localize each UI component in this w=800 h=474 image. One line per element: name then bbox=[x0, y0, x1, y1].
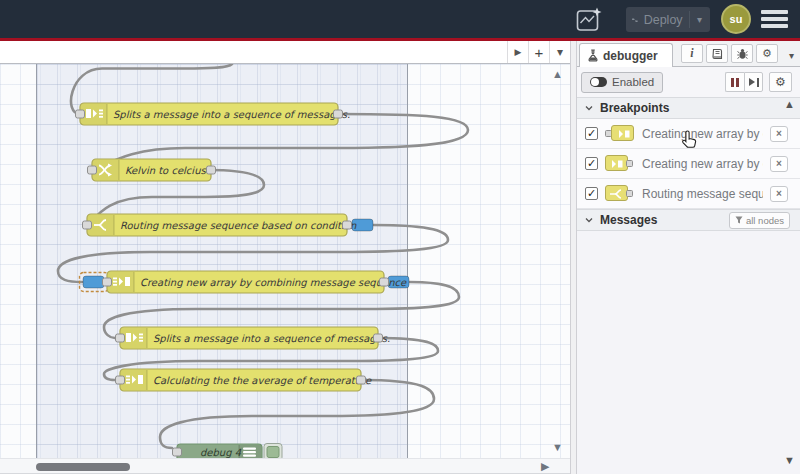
node-input-port[interactable] bbox=[173, 448, 182, 456]
remove-breakpoint-button[interactable]: × bbox=[770, 186, 788, 202]
node-label: Routing message sequence based on condit… bbox=[120, 220, 357, 232]
node-input-port[interactable] bbox=[88, 166, 97, 174]
user-avatar[interactable]: su bbox=[721, 4, 751, 34]
debugger-settings-button[interactable]: ⚙ bbox=[769, 72, 792, 92]
sidebar-splitter[interactable] bbox=[570, 41, 577, 474]
tab-help-button[interactable] bbox=[706, 44, 728, 63]
sidebar-scroll-down-icon[interactable]: ▼ bbox=[784, 454, 795, 466]
flow-editor-pane: ▶ + ▾ bbox=[0, 41, 570, 474]
node-label: Calculating the the average of temperatu… bbox=[153, 375, 372, 387]
node-output-port[interactable] bbox=[207, 166, 216, 174]
funnel-icon bbox=[735, 216, 743, 224]
enabled-label: Enabled bbox=[612, 76, 654, 88]
node-join-1[interactable]: Creating new array by combining message … bbox=[103, 271, 408, 293]
node-label: Creating new array by combining message … bbox=[140, 277, 407, 289]
deploy-label: Deploy bbox=[644, 13, 683, 27]
node-input-port[interactable] bbox=[116, 334, 125, 342]
node-output-port[interactable] bbox=[374, 334, 383, 342]
remove-breakpoint-button[interactable]: × bbox=[770, 126, 788, 142]
breakpoint-row[interactable]: ✓ Routing message sequence based on cond… bbox=[577, 179, 800, 209]
step-button[interactable] bbox=[744, 72, 763, 92]
tab-scroll-right-icon[interactable]: ▶ bbox=[507, 41, 528, 63]
switch-node-output-icon bbox=[605, 185, 635, 202]
canvas-scroll-right-icon[interactable]: ▶ bbox=[541, 460, 549, 473]
breakpoint-checkbox[interactable]: ✓ bbox=[585, 157, 598, 170]
breakpoints-section-header[interactable]: Breakpoints bbox=[577, 97, 800, 119]
sidebar-tabstrip: debugger i ⚙ ▾ bbox=[577, 41, 800, 67]
mouse-cursor-pointer bbox=[681, 130, 698, 152]
flow-canvas[interactable]: Splits a message into a sequence of mess… bbox=[0, 64, 570, 458]
node-output-port[interactable] bbox=[380, 278, 389, 286]
pause-icon bbox=[731, 78, 734, 87]
node-output-port[interactable] bbox=[343, 221, 352, 229]
node-join-2[interactable]: Calculating the the average of temperatu… bbox=[116, 369, 373, 391]
gear-icon: ⚙ bbox=[762, 47, 772, 60]
app-header: Deploy ▾ su bbox=[0, 0, 800, 38]
breakpoint-marker-selected[interactable] bbox=[83, 276, 104, 288]
messages-section-header[interactable]: Messages all nodes bbox=[577, 209, 800, 231]
tab-debug-messages-button[interactable] bbox=[731, 44, 753, 63]
join-node-input-icon bbox=[605, 125, 635, 142]
info-icon: i bbox=[690, 46, 693, 61]
sidebar-scroll-up-icon[interactable]: ▲ bbox=[784, 98, 795, 110]
node-switch-1[interactable]: Routing message sequence based on condit… bbox=[83, 214, 357, 236]
messages-empty-area bbox=[577, 231, 800, 474]
node-input-port[interactable] bbox=[103, 278, 112, 286]
deploy-caret-icon[interactable]: ▾ bbox=[695, 14, 704, 25]
remove-breakpoint-button[interactable]: × bbox=[770, 156, 788, 172]
flow-graph: Splits a message into a sequence of mess… bbox=[0, 64, 570, 458]
chevron-down-icon bbox=[585, 217, 593, 223]
sidebar-tab-caret-icon[interactable]: ▾ bbox=[789, 50, 794, 61]
node-input-port[interactable] bbox=[76, 110, 85, 118]
gear-icon: ⚙ bbox=[775, 75, 786, 89]
canvas-hscrollbar[interactable]: ▶ bbox=[0, 458, 570, 474]
messages-filter-button[interactable]: all nodes bbox=[729, 212, 790, 229]
tab-config-button[interactable]: ⚙ bbox=[756, 44, 778, 63]
breakpoints-title: Breakpoints bbox=[600, 101, 669, 115]
node-label: Splits a message into a sequence of mess… bbox=[113, 109, 350, 121]
add-flow-button[interactable]: + bbox=[528, 41, 549, 63]
breakpoint-checkbox[interactable]: ✓ bbox=[585, 187, 598, 200]
tab-debugger-label: debugger bbox=[603, 49, 658, 63]
breakpoint-row[interactable]: ✓ Creating new array by combining messag… bbox=[577, 149, 800, 179]
deploy-flow-icon bbox=[632, 14, 638, 26]
deploy-button[interactable]: Deploy ▾ bbox=[626, 7, 710, 32]
filter-label: all nodes bbox=[746, 215, 784, 226]
flow-list-caret-icon[interactable]: ▾ bbox=[549, 41, 570, 63]
messages-title: Messages bbox=[600, 213, 657, 227]
canvas-scroll-down-icon[interactable]: ▼ bbox=[552, 441, 563, 453]
node-input-port[interactable] bbox=[116, 376, 125, 384]
book-icon bbox=[712, 48, 723, 60]
step-icon bbox=[749, 78, 755, 86]
tab-debugger[interactable]: debugger bbox=[579, 43, 673, 67]
tab-info-button[interactable]: i bbox=[681, 44, 703, 63]
workspace-tabstrip: ▶ + ▾ bbox=[0, 41, 570, 64]
toggle-icon bbox=[590, 77, 607, 87]
node-input-port[interactable] bbox=[83, 221, 92, 229]
node-label: Kelvin to celcius bbox=[125, 165, 206, 176]
flask-icon bbox=[588, 49, 598, 62]
debugger-toolbar: Enabled ⚙ bbox=[577, 67, 800, 97]
assistant-sparkle-icon[interactable] bbox=[576, 7, 603, 32]
node-output-port[interactable] bbox=[334, 110, 343, 118]
debug-toggle-button[interactable] bbox=[264, 444, 282, 459]
hscrollbar-thumb[interactable] bbox=[36, 463, 130, 471]
join-node-output-icon bbox=[605, 155, 635, 172]
main-menu-icon[interactable] bbox=[761, 9, 788, 29]
debugger-enabled-toggle[interactable]: Enabled bbox=[581, 72, 663, 93]
bug-icon bbox=[737, 48, 748, 60]
node-output-port[interactable] bbox=[357, 376, 366, 384]
node-split-1[interactable]: Splits a message into a sequence of mess… bbox=[76, 103, 351, 125]
breakpoint-label: Creating new array by combining message … bbox=[642, 127, 763, 141]
chevron-down-icon bbox=[585, 105, 593, 111]
node-change-1[interactable]: Kelvin to celcius bbox=[88, 159, 216, 181]
node-split-2[interactable]: Splits a message into a sequence of mess… bbox=[116, 327, 391, 349]
breakpoint-label: Creating new array by combining message … bbox=[642, 157, 763, 171]
breakpoint-label: Routing message sequence based on condit… bbox=[642, 187, 763, 201]
node-label: debug 4 bbox=[200, 447, 242, 458]
debug-icon bbox=[243, 448, 256, 459]
pause-button[interactable] bbox=[725, 72, 744, 92]
canvas-scroll-up-icon[interactable]: ▲ bbox=[552, 68, 563, 80]
breakpoint-checkbox[interactable]: ✓ bbox=[585, 127, 598, 140]
node-debug-4[interactable]: debug 4 bbox=[173, 444, 283, 459]
